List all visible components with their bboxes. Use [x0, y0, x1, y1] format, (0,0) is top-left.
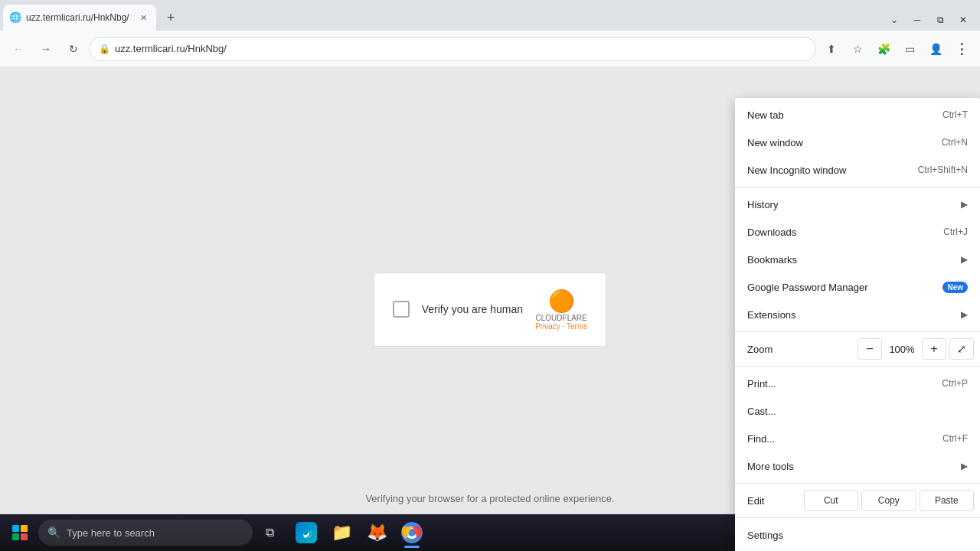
cf-terms-link[interactable]: Terms — [567, 322, 587, 331]
menu-label-print: Print... — [747, 378, 936, 390]
url-bar[interactable]: 🔒 uzz.termlicari.ru/HnkNbg/ — [89, 37, 816, 61]
zoom-value: 100% — [885, 344, 919, 355]
menu-label-downloads: Downloads — [747, 227, 937, 238]
cf-main-row: Verify you are human 🟠 CLOUDFLARE Privac… — [393, 289, 587, 331]
menu-edit-row: Edit Cut Copy Paste — [735, 487, 980, 514]
menu-arrow-history: ▶ — [961, 199, 968, 210]
menu-label-bookmarks: Bookmarks — [747, 254, 961, 266]
menu-arrow-extensions: ▶ — [961, 309, 968, 320]
toolbar-icons: ⬆ ☆ 🧩 ▭ 👤 ⋮ — [819, 37, 974, 61]
tab-right-controls: ⌄ ─ ⧉ ✕ — [884, 9, 980, 31]
menu-item-extensions[interactable]: Extensions ▶ — [735, 301, 980, 328]
profile-icon[interactable]: 👤 — [923, 37, 948, 61]
task-view-button[interactable]: ⧉ — [254, 516, 285, 549]
tab-title: uzz.termlicari.ru/HnkNbg/ — [26, 12, 133, 23]
menu-item-bookmarks[interactable]: Bookmarks ▶ — [735, 246, 980, 273]
menu-item-find[interactable]: Find... Ctrl+F — [735, 425, 980, 452]
taskbar-app-chrome[interactable] — [395, 516, 429, 549]
taskbar-search[interactable]: 🔍 Type here to search — [38, 520, 253, 546]
bookmark-icon[interactable]: ☆ — [845, 37, 870, 61]
minimize-button[interactable]: ─ — [906, 9, 928, 31]
menu-item-new-tab[interactable]: New tab Ctrl+T — [735, 101, 980, 129]
menu-label-more-tools: More tools — [747, 461, 961, 472]
tab-search-button[interactable]: ⌄ — [884, 9, 905, 31]
menu-label-incognito: New Incognito window — [747, 165, 912, 176]
menu-item-more-tools[interactable]: More tools ▶ — [735, 452, 980, 480]
menu-item-print[interactable]: Print... Ctrl+P — [735, 370, 980, 397]
zoom-fullscreen-button[interactable]: ⤢ — [949, 338, 974, 360]
cf-cloud-icon: 🟠 — [548, 289, 575, 314]
menu-zoom-label: Zoom — [741, 344, 858, 355]
menu-divider-1 — [735, 187, 980, 187]
menu-shortcut-downloads: Ctrl+J — [943, 227, 968, 237]
edge-icon — [296, 522, 317, 543]
close-button[interactable]: ✕ — [952, 9, 974, 31]
menu-item-downloads[interactable]: Downloads Ctrl+J — [735, 218, 980, 246]
zoom-controls: − 100% + ⤢ — [858, 338, 974, 360]
menu-shortcut-new-tab: Ctrl+T — [942, 109, 968, 120]
menu-zoom-row: Zoom − 100% + ⤢ — [735, 335, 980, 363]
security-icon: 🔒 — [99, 44, 110, 54]
forward-button[interactable]: → — [34, 37, 58, 61]
explorer-icon: 📁 — [331, 522, 352, 543]
menu-label-settings: Settings — [747, 530, 968, 541]
cut-button[interactable]: Cut — [804, 490, 859, 511]
cloudflare-verify-box: Verify you are human 🟠 CLOUDFLARE Privac… — [374, 272, 606, 347]
menu-divider-4 — [735, 483, 980, 484]
menu-shortcut-print: Ctrl+P — [942, 378, 968, 389]
url-text: uzz.termlicari.ru/HnkNbg/ — [115, 43, 806, 54]
new-tab-button[interactable]: + — [159, 6, 182, 29]
zoom-decrease-button[interactable]: − — [858, 338, 882, 360]
menu-shortcut-new-window: Ctrl+N — [942, 137, 968, 148]
start-button[interactable] — [3, 516, 37, 549]
menu-label-new-tab: New tab — [747, 109, 936, 121]
menu-icon[interactable]: ⋮ — [949, 37, 974, 61]
menu-edit-label: Edit — [741, 495, 801, 507]
sidebar-icon[interactable]: ▭ — [897, 37, 922, 61]
taskbar-app-edge[interactable] — [289, 516, 323, 549]
copy-button[interactable]: Copy — [861, 490, 916, 511]
menu-badge-new: New — [942, 282, 968, 293]
menu-divider-3 — [735, 366, 980, 367]
menu-item-settings[interactable]: Settings — [735, 521, 980, 549]
cf-checkbox[interactable] — [393, 301, 410, 318]
address-bar: ← → ↻ 🔒 uzz.termlicari.ru/HnkNbg/ ⬆ ☆ 🧩 … — [0, 31, 980, 67]
extensions-icon[interactable]: 🧩 — [871, 37, 896, 61]
zoom-increase-button[interactable]: + — [922, 338, 946, 360]
browser-window: 🌐 uzz.termlicari.ru/HnkNbg/ ✕ + ⌄ ─ ⧉ ✕ … — [0, 0, 980, 551]
menu-item-incognito[interactable]: New Incognito window Ctrl+Shift+N — [735, 156, 980, 184]
menu-item-new-window[interactable]: New window Ctrl+N — [735, 129, 980, 156]
search-icon: 🔍 — [47, 527, 60, 539]
taskbar-app-explorer[interactable]: 📁 — [325, 516, 358, 549]
menu-label-extensions: Extensions — [747, 309, 961, 321]
search-placeholder-text: Type here to search — [67, 527, 155, 539]
share-icon[interactable]: ⬆ — [819, 37, 844, 61]
taskbar-apps: 📁 🦊 — [289, 516, 429, 549]
chrome-menu: New tab Ctrl+T New window Ctrl+N New Inc… — [735, 98, 980, 551]
menu-arrow-more-tools: ▶ — [961, 461, 968, 471]
cf-verify-text: Verify you are human — [422, 303, 523, 315]
menu-item-history[interactable]: History ▶ — [735, 191, 980, 218]
paste-button[interactable]: Paste — [920, 490, 975, 511]
windows-icon — [12, 525, 28, 540]
tab-bar: 🌐 uzz.termlicari.ru/HnkNbg/ ✕ + ⌄ ─ ⧉ ✕ — [0, 0, 980, 31]
browser-tab[interactable]: 🌐 uzz.termlicari.ru/HnkNbg/ ✕ — [3, 5, 156, 31]
menu-divider-2 — [735, 331, 980, 332]
menu-label-password: Google Password Manager — [747, 282, 936, 293]
back-button[interactable]: ← — [6, 37, 31, 61]
menu-shortcut-incognito: Ctrl+Shift+N — [918, 165, 968, 175]
restore-button[interactable]: ⧉ — [929, 9, 951, 31]
reload-button[interactable]: ↻ — [61, 37, 86, 61]
cf-bottom-text: Verifying your browser for a protected o… — [365, 493, 614, 504]
tab-favicon: 🌐 — [9, 11, 21, 24]
cf-logo-area: 🟠 CLOUDFLARE Privacy · Terms — [535, 289, 587, 331]
menu-item-password-manager[interactable]: Google Password Manager New — [735, 273, 980, 301]
menu-shortcut-find: Ctrl+F — [942, 433, 968, 444]
tab-close-button[interactable]: ✕ — [136, 11, 150, 24]
taskbar-app-firefox[interactable]: 🦊 — [360, 516, 394, 549]
chrome-icon — [401, 522, 423, 543]
cf-privacy-link[interactable]: Privacy — [535, 322, 560, 331]
menu-label-new-window: New window — [747, 137, 936, 148]
menu-divider-5 — [735, 517, 980, 518]
menu-item-cast[interactable]: Cast... — [735, 397, 980, 425]
